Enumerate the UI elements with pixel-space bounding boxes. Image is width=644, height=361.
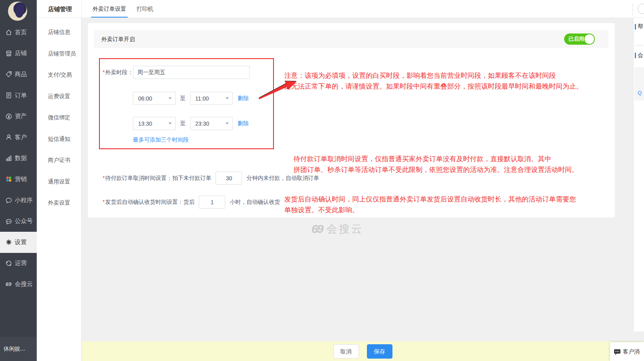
cancel-time-label: 待付款订单取消时间设置：拍下未付款订单 [105,175,211,181]
toggle-knob [585,34,594,44]
chevron-down-icon [168,122,172,124]
chevron-down-icon [226,97,229,99]
sidebar-item-label: 商品 [15,71,27,78]
yen-circle-icon [5,113,12,120]
note-required-period: 注意：该项为必填项，设置的白买时段，影响着您当前营业时间段，如果顾客不在该时间段… [284,70,583,92]
side-item-shipping-fee[interactable]: 运费设置 [37,86,81,107]
settings-panel: 外卖订单开启 已启用 *外卖时段： 06:00 至 11:00 删除 13:30… [88,23,615,217]
sidebar-item-customers[interactable]: 客户 [0,127,37,148]
delete-slot-link-2[interactable]: 删除 [238,120,249,127]
required-asterisk: * [103,199,105,205]
sidebar-item-label: 店铺 [15,49,27,57]
document-icon [5,92,12,99]
side-item-payment[interactable]: 支付/交易 [37,64,81,86]
day-range-input[interactable] [133,66,250,79]
primary-sidebar: 首页 店铺 商品 订单 资产 客户 [0,0,37,361]
confirm-time-suffix: 小时，自动确认收货 [230,199,280,206]
sidebar-item-settings[interactable]: 设置 [0,232,37,253]
watermark: 69 会搜云 [311,222,363,236]
help-section-title: 帮 [635,23,643,30]
to-label: 至 [180,120,186,127]
note-confirm-time: 发货后自动确认时间，同上仅仅指普通外卖订单发货后设置自动收货时长，其他的活动订单… [284,194,576,215]
tab-printer[interactable]: 打印机 [135,0,155,18]
avatar[interactable] [8,2,27,21]
cancel-time-row: *待付款订单取消时间设置：拍下未付款订单 分钟内未付款，自动取消订单 [103,172,319,185]
sidebar-item-orders[interactable]: 订单 [0,85,37,106]
sidebar-item-label: 客户 [15,134,27,141]
chevron-down-icon [226,122,229,124]
sidebar-item-label: 首页 [15,29,27,36]
sidebar-item-official-account[interactable]: 公众号 [0,211,37,232]
note-cancel-time: 待付款订单取消时间设置，仅指普通买家外卖订单没有及时付款，直接默认取消。其中 拼… [293,154,579,175]
side-item-store-info[interactable]: 店铺信息 [37,22,81,43]
add-slot-link[interactable]: 最多可添加三个时间段 [133,136,189,144]
huisouyun-logo-icon: 69 [5,280,12,288]
sidebar-item-label: 小程序 [15,197,33,204]
bar-chart-icon [5,155,12,162]
end-time-select-1[interactable]: 11:00 [190,92,233,105]
app-root: 首页 店铺 商品 订单 资产 客户 [0,0,644,361]
takeout-enable-label: 外卖订单开启 [101,36,135,43]
tag-icon [5,71,12,78]
chevron-down-icon [168,97,172,99]
primary-nav-list: 首页 店铺 商品 订单 资产 客户 [0,22,37,295]
cancel-minutes-input[interactable] [216,172,242,185]
delete-slot-link-1[interactable]: 删除 [238,95,249,102]
start-time-select-1[interactable]: 06:00 [133,92,176,105]
required-asterisk: * [103,69,105,75]
side-item-takeout-settings[interactable]: 外卖设置 [37,192,81,214]
section-accent-bar [635,53,636,58]
store-name-label[interactable]: 休闲娱... [0,337,37,361]
side-item-store-admin[interactable]: 店铺管理员 [37,43,81,65]
confirm-time-row: *发货后自动确认收货时间设置：货后 小时，自动确认收货 [103,195,280,209]
chat-bubble-icon [5,218,12,225]
sidebar-item-operations[interactable]: 运营 [0,253,37,274]
network-circle-icon [5,260,12,267]
cancel-button[interactable]: 取消 [333,344,359,359]
secondary-sidebar-title: 店铺管理 [37,0,81,18]
end-time-select-2[interactable]: 23:30 [190,117,233,130]
huisouyun-logo-icon: 69 [311,222,322,236]
marketing-clover-icon [5,176,12,183]
shop-icon [5,50,12,57]
sidebar-item-home[interactable]: 首页 [0,22,37,43]
sidebar-item-data[interactable]: 数据 [0,148,37,169]
to-label: 至 [180,95,186,102]
svg-text:69: 69 [6,281,12,287]
customer-service-popup[interactable]: 客户消 [610,342,644,361]
enabled-toggle[interactable]: 已启用 [564,34,595,45]
sidebar-item-label: 设置 [15,239,27,246]
sidebar-item-huisouyun[interactable]: 69 会搜云 [0,274,37,295]
section-accent-bar [635,24,636,30]
footer-action-bar: 取消 保存 [81,341,644,361]
watermark-text: 会搜云 [326,222,363,236]
sidebar-item-goods[interactable]: 商品 [0,64,37,85]
side-item-sms-notice[interactable]: 短信通知 [37,128,81,150]
sidebar-item-assets[interactable]: 资产 [0,106,37,127]
sidebar-item-label: 资产 [15,112,27,120]
side-item-merchant-cert[interactable]: 商户证书 [37,150,81,171]
tab-takeout-order-settings[interactable]: 外卖订单设置 [91,0,128,18]
time-slot-row: 06:00 至 11:00 删除 [133,92,249,105]
sidebar-item-label: 运营 [15,259,27,267]
side-item-wechat-bind[interactable]: 微信绑定 [37,107,81,128]
sidebar-item-label: 订单 [15,92,27,99]
sidebar-item-label: 营销 [15,176,27,183]
topbar-divider [632,3,633,15]
start-time-select-2[interactable]: 13:30 [133,117,176,130]
user-circle-icon[interactable] [638,4,644,14]
confirm-time-label: 发货后自动确认收货时间设置：货后 [105,199,194,205]
sidebar-item-marketing[interactable]: 营销 [0,169,37,190]
confirm-hours-input[interactable] [199,195,225,209]
required-asterisk: * [103,175,105,181]
divider [635,45,643,45]
chat-dots-icon [614,348,621,355]
qq-link[interactable]: Q [638,90,642,96]
person-icon [5,134,12,141]
sidebar-item-shop[interactable]: 店铺 [0,43,37,64]
sidebar-item-miniprogram[interactable]: 小程序 [0,190,37,211]
toggle-state-label: 已启用 [569,34,584,45]
save-button[interactable]: 保存 [367,344,392,359]
side-item-general-settings[interactable]: 通用设置 [37,171,81,193]
home-icon [5,29,12,36]
